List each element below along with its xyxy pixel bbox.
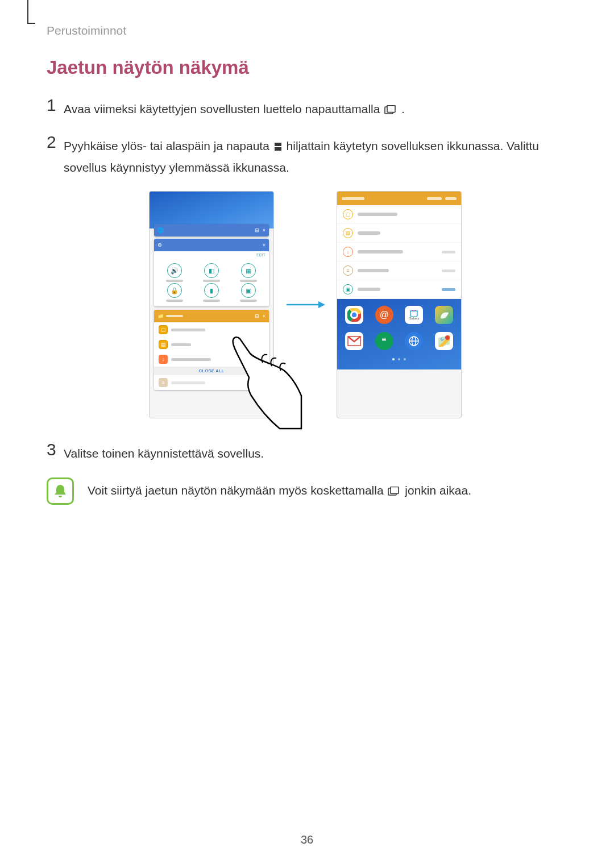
arrow-icon	[285, 299, 325, 310]
step-text: Avaa viimeksi käytettyjen sovellusten lu…	[64, 97, 405, 120]
step2-before: Pyyhkäise ylös- tai alaspäin ja napauta	[64, 139, 273, 152]
binding-tick	[27, 23, 35, 24]
step1-before: Avaa viimeksi käytettyjen sovellusten lu…	[64, 102, 383, 115]
sdcard-icon: ▤	[343, 228, 353, 238]
download-icon: ↓	[343, 247, 353, 257]
lock-icon: 🔒	[167, 283, 182, 298]
folder-icon: 📁	[157, 313, 164, 319]
device-storage-icon: ▢	[343, 209, 353, 219]
file-list: ▢ ▤ ↓ ≡ ▣	[337, 205, 461, 299]
step-number: 1	[47, 97, 64, 114]
note-text: Voit siirtyä jaetun näytön näkymään myös…	[88, 481, 471, 501]
split-icon-small: ⊟	[255, 227, 259, 233]
note-after: jonkin aikaa.	[405, 484, 471, 497]
galaxy-apps-icon: Galaxy	[405, 306, 423, 324]
documents-icon: ≡	[343, 265, 353, 276]
step-2: 2 Pyyhkäise ylös- tai alaspäin ja napaut…	[47, 134, 564, 177]
recents-icon	[384, 100, 397, 121]
phone-left-recents: 🌐 ⊟ × ⚙ × EDIT 🔊 ◧ ▦	[149, 191, 274, 418]
step-number: 3	[47, 441, 64, 458]
myfiles-topbar	[337, 192, 461, 205]
step-number: 2	[47, 134, 64, 151]
themes-icon: ▦	[241, 263, 256, 278]
split-icon-small: ⊟	[255, 313, 259, 319]
note-before: Voit siirtyä jaetun näytön näkymään myös…	[88, 484, 387, 497]
globe-icon: 🌐	[157, 227, 164, 233]
maps-icon: G	[435, 332, 453, 350]
gallery-icon	[435, 306, 453, 324]
documents-icon: ≡	[159, 378, 168, 387]
close-icon: ×	[263, 242, 265, 248]
page-title: Jaetun näytön näkymä	[47, 57, 564, 78]
svg-text:G: G	[441, 337, 444, 341]
sdcard-icon: ▤	[159, 340, 168, 349]
svg-rect-21	[391, 487, 399, 494]
close-all-label: CLOSE ALL	[154, 367, 269, 375]
svg-point-18	[445, 335, 450, 340]
svg-rect-3	[275, 147, 281, 151]
internet-icon	[405, 332, 423, 350]
files-preview: ▢ ▤ ↓ CLOSE ALL ≡	[154, 322, 269, 390]
binding-mark	[27, 0, 28, 23]
step-1: 1 Avaa viimeksi käytettyjen sovellusten …	[47, 97, 564, 120]
images-icon: ▣	[343, 284, 353, 294]
recent-card-settings: ⚙ × EDIT 🔊 ◧ ▦ 🔒 ▮ ▣	[154, 239, 269, 306]
step-text: Valitse toinen käynnistettävä sovellus.	[64, 441, 264, 464]
svg-rect-2	[275, 143, 281, 146]
close-icon: ×	[263, 227, 265, 233]
settings-grid: 🔊 ◧ ▦ 🔒 ▮ ▣	[154, 259, 269, 306]
user-manual-icon: ▣	[241, 283, 256, 298]
gear-icon: ⚙	[157, 242, 162, 248]
note-box: Voit siirtyä jaetun näytön näkymään myös…	[47, 477, 564, 505]
step-text: Pyyhkäise ylös- tai alaspäin ja napauta …	[64, 134, 564, 177]
wallpaper	[150, 192, 273, 229]
split-screen-icon	[274, 137, 282, 157]
card-header: 📁 ⊟ ×	[154, 310, 269, 322]
phone-right-splitview: ▢ ▤ ↓ ≡ ▣ @ Galaxy	[337, 191, 462, 418]
instruction-figure: 🌐 ⊟ × ⚙ × EDIT 🔊 ◧ ▦	[47, 191, 564, 418]
device-storage-icon: ▢	[159, 325, 168, 334]
recents-icon	[388, 482, 400, 501]
close-icon: ×	[263, 313, 265, 319]
edit-label: EDIT	[154, 251, 269, 259]
battery-icon: ▮	[204, 283, 219, 298]
card-header: ⚙ ×	[154, 239, 269, 251]
sound-icon: 🔊	[167, 263, 182, 278]
settings-body: EDIT 🔊 ◧ ▦ 🔒 ▮ ▣	[154, 251, 269, 306]
gmail-icon	[345, 332, 363, 350]
card-header: 🌐 ⊟ ×	[154, 224, 269, 236]
display-icon: ◧	[204, 263, 219, 278]
recent-card-internet: 🌐 ⊟ ×	[154, 224, 269, 236]
search-label	[427, 197, 442, 200]
download-icon: ↓	[159, 355, 168, 364]
step1-after: .	[401, 102, 405, 115]
chrome-icon	[345, 306, 363, 324]
left-phone-wrapper: 🌐 ⊟ × ⚙ × EDIT 🔊 ◧ ▦	[149, 191, 274, 418]
recent-card-myfiles: 📁 ⊟ × ▢ ▤ ↓ CLOSE ALL ≡	[154, 310, 269, 390]
email-icon: @	[375, 306, 393, 324]
svg-marker-5	[318, 301, 325, 308]
page-dots	[342, 358, 457, 360]
myfiles-title	[342, 197, 364, 200]
svg-rect-1	[387, 105, 395, 112]
page-number: 36	[0, 833, 614, 846]
hangouts-icon: ❝	[375, 332, 393, 350]
step-3: 3 Valitse toinen käynnistettävä sovellus…	[47, 441, 564, 464]
main-content: Jaetun näytön näkymä 1 Avaa viimeksi käy…	[47, 57, 564, 505]
more-label	[445, 197, 457, 200]
app-drawer: @ Galaxy ❝ G	[337, 299, 461, 369]
galaxy-label: Galaxy	[409, 317, 420, 320]
section-label: Perustoiminnot	[47, 24, 126, 38]
note-bell-icon	[47, 477, 74, 505]
